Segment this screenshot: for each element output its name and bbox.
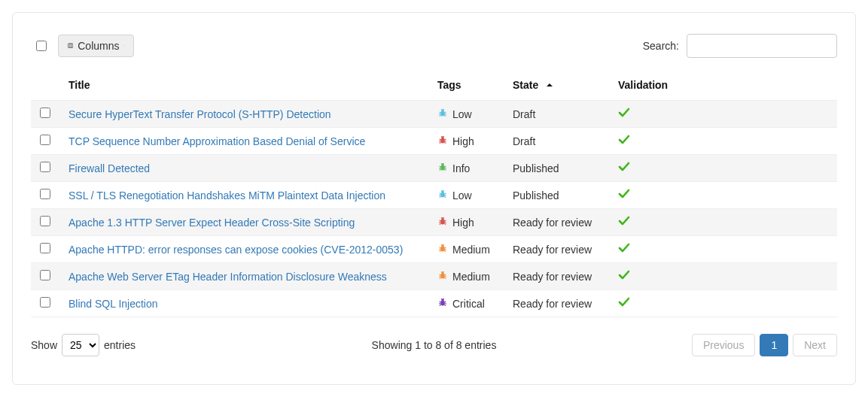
svg-line-21: [441, 136, 442, 137]
row-checkbox[interactable]: [40, 216, 50, 226]
severity-label: Info: [452, 162, 470, 174]
severity-tag: Medium: [437, 270, 495, 283]
svg-line-60: [444, 251, 446, 252]
page-1-button[interactable]: 1: [760, 334, 788, 356]
caret-down-icon: [123, 43, 124, 49]
row-checkbox[interactable]: [40, 297, 50, 308]
severity-tag: High: [437, 135, 495, 147]
svg-line-75: [440, 302, 441, 302]
svg-line-25: [440, 166, 441, 167]
svg-line-65: [440, 274, 441, 275]
svg-line-45: [440, 220, 441, 221]
svg-line-5: [440, 112, 441, 113]
svg-line-10: [444, 116, 446, 117]
row-checkbox[interactable]: [40, 162, 50, 172]
svg-line-55: [440, 247, 441, 248]
select-all-checkbox[interactable]: [36, 41, 47, 51]
search-input[interactable]: [687, 34, 837, 58]
show-label-post: entries: [104, 339, 136, 351]
bug-icon: [437, 216, 448, 229]
check-icon: [618, 244, 630, 256]
issue-title-link[interactable]: TCP Sequence Number Approximation Based …: [69, 135, 365, 147]
issue-title-link[interactable]: Apache Web Server ETag Header Informatio…: [69, 271, 387, 283]
severity-label: Medium: [452, 271, 490, 283]
issue-title-link[interactable]: Firewall Detected: [69, 162, 150, 174]
severity-tag: High: [437, 216, 495, 229]
svg-line-59: [440, 251, 441, 252]
check-icon: [618, 108, 630, 120]
svg-line-22: [443, 136, 444, 137]
row-checkbox[interactable]: [40, 243, 50, 253]
bug-icon: [437, 135, 448, 147]
bug-icon: [437, 162, 448, 174]
severity-label: Low: [452, 189, 472, 202]
col-title[interactable]: Title: [59, 71, 428, 101]
svg-line-41: [441, 190, 442, 191]
svg-line-39: [440, 197, 441, 198]
state-cell: Published: [504, 155, 609, 182]
severity-label: High: [452, 135, 474, 147]
table-row: Secure HyperText Transfer Protocol (S-HT…: [31, 101, 837, 128]
col-validation[interactable]: Validation: [609, 71, 837, 101]
row-checkbox[interactable]: [40, 108, 50, 118]
row-checkbox[interactable]: [40, 135, 50, 145]
issues-table: Title Tags State Validation Secure Hyper…: [31, 71, 837, 317]
svg-line-49: [440, 224, 441, 225]
svg-line-19: [440, 143, 441, 144]
svg-line-69: [440, 278, 441, 279]
svg-line-30: [444, 170, 446, 171]
next-button[interactable]: Next: [793, 334, 837, 356]
bug-icon: [437, 297, 448, 310]
svg-line-35: [440, 193, 441, 194]
table-row: Apache Web Server ETag Header Informatio…: [31, 263, 837, 290]
state-cell: Ready for review: [504, 263, 609, 290]
pagination: Previous 1 Next: [692, 334, 837, 356]
bug-icon: [437, 270, 448, 283]
check-icon: [618, 135, 630, 147]
svg-line-82: [443, 299, 444, 299]
severity-tag: Info: [437, 162, 495, 174]
issue-title-link[interactable]: Blind SQL Injection: [69, 298, 158, 310]
table-footer: Show 25 entries Showing 1 to 8 of 8 entr…: [31, 334, 837, 356]
check-icon: [618, 189, 630, 202]
svg-line-12: [443, 109, 444, 110]
svg-line-32: [443, 163, 444, 164]
state-cell: Draft: [504, 101, 609, 128]
svg-line-80: [444, 305, 446, 306]
severity-label: Medium: [452, 244, 490, 256]
svg-line-9: [440, 116, 441, 117]
prev-button[interactable]: Previous: [692, 334, 755, 356]
svg-line-79: [440, 305, 441, 306]
sort-asc-icon: [546, 79, 553, 91]
svg-line-62: [443, 244, 444, 245]
columns-icon: [68, 43, 73, 48]
columns-button-label: Columns: [78, 40, 119, 52]
svg-line-15: [440, 139, 441, 140]
issue-title-link[interactable]: Apache 1.3 HTTP Server Expect Header Cro…: [69, 217, 355, 229]
svg-line-29: [440, 170, 441, 171]
severity-label: Low: [452, 108, 472, 120]
col-state[interactable]: State: [504, 71, 609, 101]
svg-line-66: [444, 274, 446, 275]
page-size-select[interactable]: 25: [62, 334, 99, 356]
table-row: TCP Sequence Number Approximation Based …: [31, 128, 837, 155]
check-icon: [618, 217, 630, 229]
bug-icon: [437, 108, 448, 120]
col-tags[interactable]: Tags: [428, 71, 504, 101]
svg-line-76: [444, 302, 446, 302]
state-cell: Ready for review: [504, 209, 609, 236]
toolbar: Columns Search:: [31, 34, 837, 58]
issue-title-link[interactable]: Secure HyperText Transfer Protocol (S-HT…: [69, 108, 331, 120]
svg-line-26: [444, 166, 446, 167]
check-icon: [618, 298, 630, 310]
svg-line-16: [444, 139, 446, 140]
columns-button[interactable]: Columns: [58, 35, 134, 57]
table-row: Apache 1.3 HTTP Server Expect Header Cro…: [31, 209, 837, 236]
row-checkbox[interactable]: [40, 270, 50, 280]
row-checkbox[interactable]: [40, 189, 50, 199]
issue-title-link[interactable]: SSL / TLS Renegotiation Handshakes MiTM …: [69, 189, 385, 202]
issues-panel: Columns Search: Title Tags State Validat…: [12, 12, 856, 385]
issue-title-link[interactable]: Apache HTTPD: error responses can expose…: [69, 244, 403, 256]
state-cell: Published: [504, 182, 609, 209]
svg-line-71: [441, 271, 442, 272]
